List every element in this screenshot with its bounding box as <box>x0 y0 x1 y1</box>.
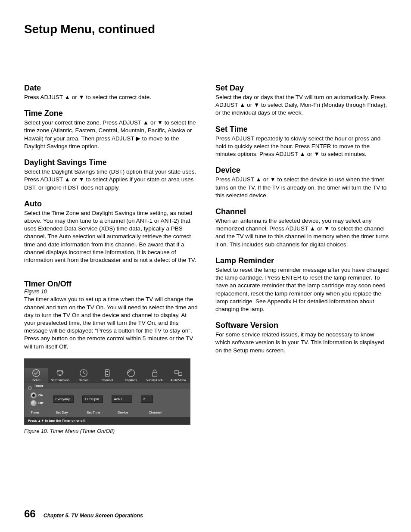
chapter-label: Chapter 5. TV Menu Screen Operations <box>44 513 143 519</box>
tab-captions[interactable]: Captions <box>119 368 143 383</box>
field-setday[interactable]: Everyday <box>53 395 74 403</box>
heading-date: Date <box>24 84 198 93</box>
tab-channel[interactable]: Channel <box>96 368 119 383</box>
field-channel[interactable]: 2 <box>141 395 153 403</box>
section-timer: Timer On/Off Figure 10 The timer allows … <box>24 280 198 351</box>
svg-rect-5 <box>174 370 178 373</box>
para-timezone: Select your correct time zone. Press ADJ… <box>24 119 198 150</box>
section-setday: Set Day Select the day or days that the … <box>215 84 389 117</box>
radio-off-label: Off <box>38 401 44 405</box>
right-column: Set Day Select the day or days that the … <box>215 84 389 434</box>
col-label-settime: Set Time <box>87 411 118 414</box>
heading-channel: Channel <box>215 207 389 216</box>
section-auto: Auto Select the Time Zone and Daylight S… <box>24 199 198 264</box>
heading-timezone: Time Zone <box>24 109 198 118</box>
section-settime: Set Time Press ADJUST repeatedly to slow… <box>215 125 389 159</box>
radio-on-label: On <box>38 393 43 397</box>
radio-off[interactable]: Off <box>31 400 44 406</box>
heading-software: Software Version <box>215 321 389 330</box>
figure-timer-menu: Setup NetCommand Record <box>24 358 190 425</box>
heading-timer: Timer On/Off <box>24 280 198 289</box>
col-label-channel: Channel <box>149 411 162 414</box>
para-device: Press ADJUST ▲ or ▼ to select the device… <box>215 176 389 199</box>
radio-on[interactable]: On <box>31 392 44 398</box>
heading-device: Device <box>215 166 389 175</box>
para-software: For some service related issues, it may … <box>215 331 389 355</box>
section-channel: Channel When an antenna is the selected … <box>215 207 389 249</box>
heading-settime: Set Time <box>215 125 389 134</box>
record-icon <box>79 368 88 378</box>
col-label-timer: Timer <box>27 411 56 414</box>
para-date: Press ADJUST ▲ or ▼ to select the correc… <box>24 93 198 101</box>
menu-tabs: Setup NetCommand Record <box>25 359 190 383</box>
netcommand-icon <box>55 368 65 378</box>
figure-body: On Off Everyday 12:00 pm Ant-1 2 <box>25 389 190 417</box>
left-column: Date Press ADJUST ▲ or ▼ to select the c… <box>24 84 198 434</box>
para-dst: Select the Daylight Savings time (DST) o… <box>24 168 198 192</box>
para-auto: Select the Time Zone and Daylight Saving… <box>24 209 198 264</box>
page-number: 66 <box>24 508 36 520</box>
tab-audiovideo[interactable]: AudioVideo <box>166 368 190 383</box>
col-label-device: Device <box>118 411 149 414</box>
para-channel: When an antenna is the selected device, … <box>215 217 389 249</box>
tab-netcommand[interactable]: NetCommand <box>48 368 72 383</box>
heading-setday: Set Day <box>215 84 389 93</box>
field-device[interactable]: Ant-1 <box>112 395 132 403</box>
channel-icon <box>103 368 112 378</box>
tab-label: V-Chip Lock <box>146 379 163 382</box>
tab-setup[interactable]: Setup <box>25 368 48 383</box>
svg-rect-3 <box>105 370 109 377</box>
audiovideo-icon <box>174 368 183 378</box>
figure-ref: Figure 10 <box>24 289 198 295</box>
setup-icon <box>31 368 41 378</box>
clock-icon <box>28 384 32 388</box>
section-timezone: Time Zone Select your correct time zone.… <box>24 109 198 150</box>
page-title: Setup Menu, continued <box>24 22 389 36</box>
lock-icon <box>150 368 159 378</box>
radio-icon <box>31 400 37 406</box>
hint-bar: Press ▲▼ to turn the Timer on or off. <box>25 417 190 424</box>
tab-label: Setup <box>32 379 40 382</box>
para-lamp: Select to reset the lamp reminder messag… <box>215 266 389 313</box>
field-settime[interactable]: 12:00 pm <box>82 395 103 403</box>
svg-rect-6 <box>178 373 181 375</box>
para-timer: The timer allows you to set up a time wh… <box>24 296 198 351</box>
tab-label: NetCommand <box>51 379 69 382</box>
tab-vchip[interactable]: V-Chip Lock <box>143 368 166 383</box>
heading-lamp: Lamp Reminder <box>215 256 389 265</box>
figure-caption: Figure 10. Timer Menu (Timer On/Off) <box>24 428 198 434</box>
submenu-timer: Timer <box>25 383 190 389</box>
tab-label: Channel <box>102 379 113 382</box>
section-device: Device Press ADJUST ▲ or ▼ to select the… <box>215 166 389 199</box>
col-label-setday: Set Day <box>56 411 87 414</box>
section-dst: Daylight Savings Time Select the Dayligh… <box>24 158 198 192</box>
para-settime: Press ADJUST repeatedly to slowly select… <box>215 135 389 159</box>
para-setday: Select the day or days that the TV will … <box>215 93 389 117</box>
heading-dst: Daylight Savings Time <box>24 158 198 167</box>
section-software: Software Version For some service relate… <box>215 321 389 355</box>
svg-rect-4 <box>152 373 157 376</box>
tab-record[interactable]: Record <box>72 368 96 383</box>
page-footer: 66 Chapter 5. TV Menu Screen Operations <box>24 508 143 520</box>
column-labels: Timer Set Day Set Time Device Channel <box>27 411 187 414</box>
tab-label: AudioVideo <box>171 379 186 382</box>
tab-label: Record <box>79 379 89 382</box>
tab-label: Captions <box>125 379 137 382</box>
submenu-label: Timer <box>34 384 44 388</box>
section-lamp: Lamp Reminder Select to reset the lamp r… <box>215 256 389 313</box>
section-date: Date Press ADJUST ▲ or ▼ to select the c… <box>24 84 198 101</box>
heading-auto: Auto <box>24 199 198 208</box>
radio-icon <box>31 392 37 398</box>
captions-icon <box>126 368 136 378</box>
